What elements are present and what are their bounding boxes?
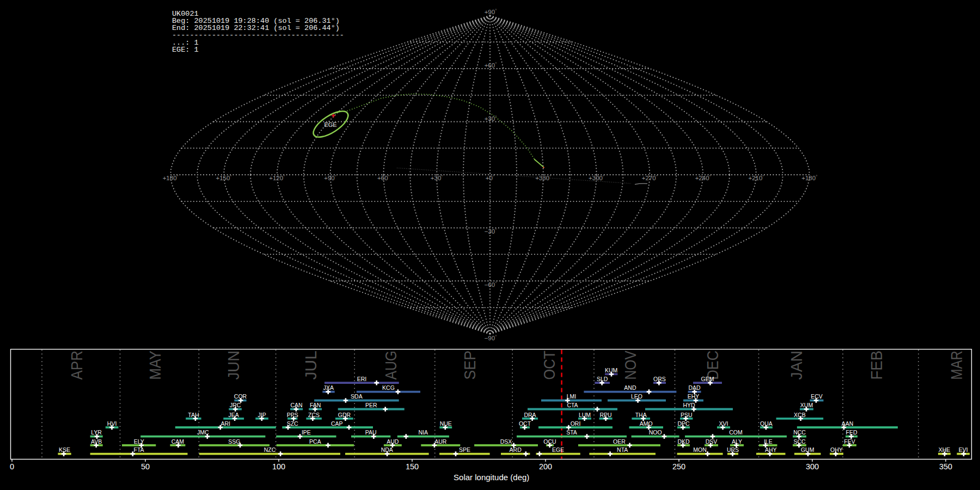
svg-text:JUL: JUL [302,351,320,380]
svg-text:TAH: TAH [188,412,199,418]
svg-text:ILE: ILE [764,438,773,445]
svg-text:250: 250 [672,462,685,471]
svg-text:NOO: NOO [649,429,662,436]
svg-text:KCG: KCG [382,384,395,391]
svg-text:AVB: AVB [91,438,102,445]
svg-text:CAN: CAN [291,402,303,408]
svg-text:+90°: +90° [485,8,497,15]
svg-text:ELY: ELY [134,438,144,445]
svg-text:NTA: NTA [617,446,628,453]
svg-text:COM: COM [729,429,743,436]
svg-text:ECV: ECV [811,393,823,400]
svg-text:FED: FED [846,429,857,436]
svg-text:+120°: +120° [269,174,285,181]
svg-text:+60°: +60° [485,62,497,69]
svg-text:AUR: AUR [434,438,447,445]
svg-text:LMI: LMI [567,393,577,400]
svg-text:AAN: AAN [842,420,854,427]
svg-text:AHY: AHY [765,446,777,453]
svg-text:OER: OER [613,438,626,445]
svg-text:50: 50 [141,462,150,471]
svg-text:Solar longitude (deg): Solar longitude (deg) [454,473,529,482]
svg-text:XCB: XCB [794,412,806,418]
svg-text:+180°: +180° [801,174,817,181]
svg-text:AMO: AMO [640,420,653,427]
svg-text:XVI: XVI [719,420,728,427]
svg-text:DSX: DSX [500,438,512,445]
svg-text:------------------------------: --------------------------------------- [172,31,344,39]
svg-text:KSE: KSE [59,446,70,453]
svg-text:APR: APR [68,351,85,380]
svg-text:350: 350 [939,462,952,471]
svg-text:150: 150 [406,462,419,471]
svg-text:+180°: +180° [163,174,179,181]
svg-text:MON: MON [693,446,707,453]
svg-text:+150°: +150° [216,174,231,181]
svg-text:DRA: DRA [524,412,536,418]
svg-text:0: 0 [10,462,14,471]
svg-text:JEA: JEA [229,412,239,418]
svg-text:OCT: OCT [519,420,531,427]
svg-text:HYD: HYD [683,402,695,408]
svg-text:+90°: +90° [324,174,336,181]
svg-text:LEO: LEO [631,393,642,400]
svg-text:AUD: AUD [387,438,399,445]
svg-text:+270°: +270° [642,174,658,181]
svg-text:MAY: MAY [146,351,164,380]
svg-text:NIA: NIA [419,429,428,436]
svg-text:ALY: ALY [732,438,742,445]
svg-text:+330°: +330° [535,174,551,181]
svg-text:NDA: NDA [381,446,393,453]
svg-text:MAR: MAR [948,351,965,380]
svg-text:ARD: ARD [510,446,522,453]
svg-text:FAN: FAN [310,402,321,408]
svg-text:ERI: ERI [357,376,367,382]
svg-text:CAM: CAM [171,438,184,445]
svg-text:SDA: SDA [351,393,363,400]
svg-text:XHE: XHE [939,446,951,453]
svg-text:SPE: SPE [459,446,470,453]
svg-text:+60°: +60° [377,174,390,181]
svg-text:ORI: ORI [571,420,581,427]
svg-text:−60°: −60° [485,281,497,288]
svg-text:FEV: FEV [844,438,855,445]
svg-text:NCC: NCC [793,429,806,436]
svg-text:+300°: +300° [589,174,604,181]
svg-text:GUM: GUM [801,446,814,453]
svg-text:GEM: GEM [701,376,714,382]
svg-text:JRC: JRC [230,402,241,408]
svg-text:JUN: JUN [225,351,242,380]
svg-text:SZC: SZC [287,420,298,427]
svg-text:DSV: DSV [706,438,718,445]
svg-text:GDR: GDR [338,412,351,418]
svg-text:EVI: EVI [959,446,968,453]
svg-text:−90°: −90° [485,334,497,341]
svg-text:DAD: DAD [689,384,701,391]
svg-text:100: 100 [272,462,285,471]
svg-text:CAP: CAP [331,420,343,427]
svg-text:+240°: +240° [695,174,711,181]
svg-text:AUG: AUG [382,351,400,380]
svg-text:DPC: DPC [677,420,690,427]
svg-text:JMC: JMC [197,429,209,436]
svg-text:FEB: FEB [868,351,885,380]
svg-text:PSU: PSU [681,412,693,418]
svg-text:URS: URS [727,446,739,453]
svg-text:HVI: HVI [107,420,117,427]
svg-text:NOV: NOV [622,350,639,379]
svg-text:FTA: FTA [134,446,144,453]
svg-text:SCC: SCC [793,438,806,445]
svg-text:CTA: CTA [567,402,578,408]
svg-text:NZC: NZC [264,446,276,453]
svg-text:PAU: PAU [365,429,377,436]
svg-text:+30°: +30° [485,115,497,122]
svg-text:AND: AND [624,384,636,391]
svg-text:EHY: EHY [688,393,700,400]
svg-text:NUE: NUE [440,420,452,427]
svg-text:QUA: QUA [760,420,773,427]
svg-text:200: 200 [539,462,552,471]
svg-text:+210°: +210° [748,174,764,181]
svg-text:IPE: IPE [302,429,311,436]
svg-text:JXA: JXA [323,384,334,391]
svg-text:XUM: XUM [800,402,813,408]
